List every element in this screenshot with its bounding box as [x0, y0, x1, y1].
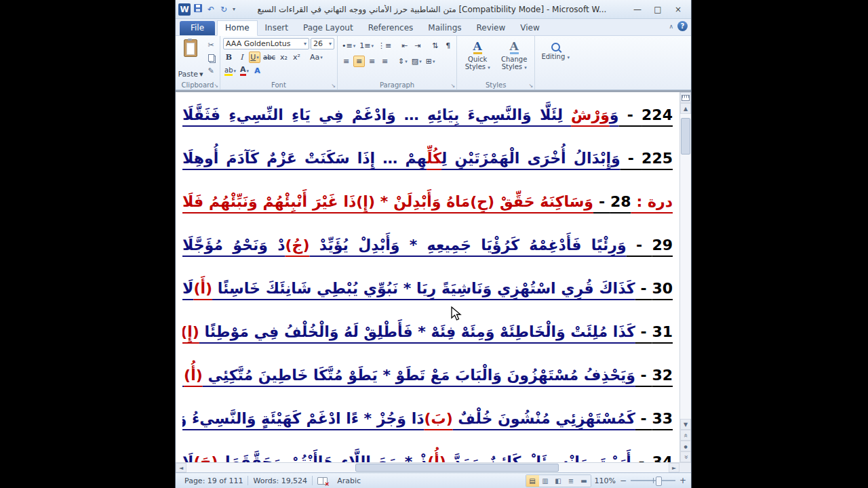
italic-button[interactable]: I	[236, 52, 248, 63]
qat-customize-button[interactable]: ▾	[231, 3, 237, 16]
tab-review[interactable]: Review	[469, 21, 513, 35]
proofing-status-button[interactable]	[313, 473, 332, 488]
print-layout-view-button[interactable]: ▤	[526, 475, 539, 487]
font-size-select[interactable]: 26 ▾	[311, 38, 334, 49]
word-count[interactable]: Words: 19,524	[248, 473, 312, 488]
word-app-icon[interactable]: W	[178, 3, 191, 16]
quick-styles-label: Quick Styles	[465, 56, 488, 70]
scroll-right-button[interactable]: ►	[669, 463, 679, 472]
verse-segment: ذْ * مَعَ اللَّاءِ هَاأَنْتُمْ وَحَقَّقَ…	[218, 453, 427, 462]
chevron-down-icon: ▾	[320, 55, 323, 60]
tab-view[interactable]: View	[513, 21, 547, 35]
chevron-down-icon: ▾	[567, 55, 570, 60]
tab-references[interactable]: References	[361, 21, 421, 35]
close-button[interactable]: ×	[668, 2, 688, 17]
horizontal-scrollbar[interactable]: ◄ ►	[176, 462, 691, 472]
verse-segment: دْ وَنَحْوُ مُؤَجَّلَا	[182, 237, 285, 253]
zoom-slider-thumb[interactable]	[656, 476, 662, 486]
document-page[interactable]: 224 - وَوَرْشٌ لِئَلَّا وَالنَّسِيءَ بِي…	[176, 92, 679, 462]
align-right-button[interactable]: ≡	[340, 56, 352, 67]
decrease-indent-button[interactable]: ⇤	[399, 40, 410, 52]
sort-button[interactable]: ⇅	[429, 40, 441, 52]
align-left-button[interactable]: ≡	[366, 56, 378, 67]
bold-button[interactable]: B	[223, 52, 235, 63]
tab-insert[interactable]: Insert	[258, 21, 296, 35]
scroll-down-button[interactable]: ▼	[680, 419, 691, 430]
paragraph-dialog-launcher[interactable]: ↘	[450, 83, 455, 89]
zoom-out-button[interactable]: −	[619, 476, 627, 485]
tab-file[interactable]: File	[180, 21, 215, 35]
font-color-button[interactable]: A▾	[239, 65, 250, 77]
align-center-button[interactable]: ≡	[353, 56, 365, 67]
save-button[interactable]	[193, 3, 203, 16]
cut-button[interactable]: ✂	[205, 39, 217, 50]
next-page-button[interactable]: «	[680, 451, 691, 462]
verse-segment: ‍كُلِّ‍	[427, 150, 441, 167]
change-styles-button[interactable]: A Change Styles ▾	[496, 38, 532, 72]
verse-segment: كَمُسْتَهْزِئِي مُنْشُونَ خُلْفٌ	[453, 410, 635, 427]
quick-styles-button[interactable]: A Quick Styles ▾	[460, 38, 495, 72]
scroll-up-button[interactable]: ▲	[680, 103, 691, 114]
borders-button[interactable]: ⊞▾	[425, 56, 437, 67]
bullets-button[interactable]: •≡▾	[340, 40, 357, 52]
maximize-button[interactable]: □	[648, 2, 668, 17]
scroll-left-button[interactable]: ◄	[176, 463, 186, 472]
group-label-clipboard: Clipboard	[176, 81, 220, 89]
vertical-scroll-thumb[interactable]	[681, 118, 690, 155]
vertical-scroll-track[interactable]	[680, 114, 691, 419]
font-dialog-launcher[interactable]: ↘	[331, 83, 336, 89]
chevron-down-icon: ▾	[304, 41, 307, 47]
zoom-in-button[interactable]: +	[679, 476, 687, 485]
draft-view-button[interactable]: ▬	[578, 475, 591, 487]
tab-mailings[interactable]: Mailings	[420, 21, 469, 35]
horizontal-scroll-thumb[interactable]	[355, 464, 559, 472]
text-highlight-color-button[interactable]: ab▾	[223, 65, 237, 77]
paste-button[interactable]: Paste▾	[178, 38, 203, 80]
page-indicator[interactable]: Page: 19 of 111	[180, 473, 248, 488]
verse-segment: أَرَيْتَ وَانْسِيئَلْ كَائِنٌ وَمَدَّ	[446, 453, 631, 462]
show-formatting-marks-button[interactable]: ¶	[442, 40, 454, 52]
web-layout-view-button[interactable]: ◧	[552, 475, 565, 487]
copy-button[interactable]	[205, 52, 217, 63]
numbering-button[interactable]: 1≡▾	[358, 40, 375, 52]
line-spacing-button[interactable]: ⇕▾	[397, 56, 409, 67]
verse-segment: 30 -	[635, 280, 673, 297]
undo-button[interactable]: ↶	[205, 3, 216, 16]
zoom-level[interactable]: 110%	[595, 476, 616, 485]
shading-icon: ▨	[412, 57, 418, 66]
outline-view-button[interactable]: ≣	[565, 475, 578, 487]
tab-home[interactable]: Home	[217, 20, 257, 36]
language-indicator[interactable]: Arabic	[332, 473, 366, 488]
clipboard-dialog-launcher[interactable]: ↘	[214, 83, 218, 89]
shading-button[interactable]: ▨▾	[410, 56, 423, 67]
format-painter-button[interactable]: ✎	[205, 65, 217, 76]
underline-button[interactable]: U▾	[249, 52, 260, 63]
minimize-button[interactable]: —	[627, 2, 648, 17]
select-browse-object-button[interactable]: ●	[680, 441, 691, 451]
ruler-icon	[682, 95, 690, 101]
editing-button[interactable]: Editing ▾	[538, 38, 573, 62]
collapse-ribbon-button[interactable]: ∧	[669, 23, 673, 30]
tab-page-layout[interactable]: Page Layout	[296, 21, 361, 35]
previous-page-button[interactable]: «	[680, 430, 691, 441]
font-family-select[interactable]: AAA GoldenLotus ▾	[223, 38, 309, 49]
fullscreen-reading-view-button[interactable]: ▥	[539, 475, 552, 487]
horizontal-scroll-track[interactable]	[186, 463, 669, 472]
repeat-button[interactable]: ↻	[218, 3, 229, 16]
justify-button[interactable]: ≡	[379, 56, 391, 67]
subscript-button[interactable]: x₂	[278, 52, 290, 63]
multilevel-list-button[interactable]: ⋮≡	[376, 40, 393, 52]
ribbon: Paste▾ ✂ ✎ Clipboard ↘ AAA GoldenLot	[176, 36, 691, 90]
chevron-down-icon: ▾	[256, 55, 259, 60]
zoom-slider[interactable]	[631, 476, 675, 485]
superscript-button[interactable]: x²	[291, 52, 302, 63]
change-case-button[interactable]: Aa▾	[309, 52, 324, 63]
increase-indent-button[interactable]: ⇥	[412, 40, 423, 52]
help-button[interactable]: ?	[677, 21, 688, 31]
change-styles-icon: A	[510, 40, 519, 54]
ruler-toggle-button[interactable]	[680, 92, 691, 103]
text-effects-button[interactable]: A	[252, 65, 263, 77]
styles-dialog-launcher[interactable]: ↘	[528, 83, 533, 89]
strikethrough-button[interactable]: abc	[262, 52, 277, 63]
vertical-scrollbar[interactable]: ▲ ▼ « ● «	[679, 92, 691, 462]
